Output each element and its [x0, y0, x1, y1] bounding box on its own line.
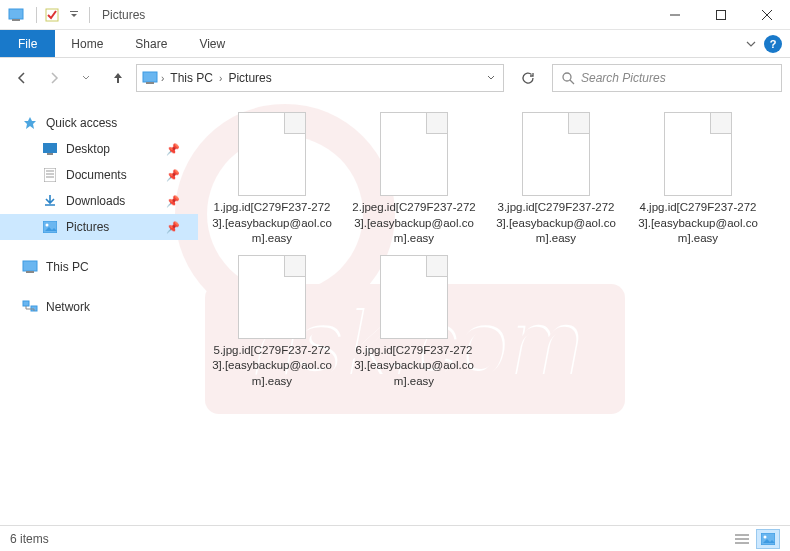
maximize-button[interactable] [698, 0, 744, 30]
search-box[interactable] [552, 64, 782, 92]
ribbon-expand-icon[interactable] [746, 35, 756, 53]
tab-view[interactable]: View [183, 30, 241, 57]
sidebar-item-label: Downloads [66, 194, 125, 208]
svg-rect-35 [761, 533, 775, 545]
item-count: 6 items [10, 532, 49, 546]
recent-dropdown[interactable] [72, 64, 100, 92]
qat-separator [36, 7, 37, 23]
chevron-right-icon[interactable]: › [219, 73, 222, 84]
file-name: 6.jpg.id[C279F237-2723].[easybackup@aol.… [350, 343, 478, 390]
svg-rect-13 [143, 72, 157, 82]
file-icon [664, 112, 732, 196]
file-item[interactable]: 6.jpg.id[C279F237-2723].[easybackup@aol.… [350, 255, 478, 390]
breadcrumb-icon [141, 69, 159, 87]
svg-point-24 [46, 224, 49, 227]
sidebar-item-label: Desktop [66, 142, 110, 156]
svg-rect-23 [43, 221, 57, 233]
search-icon [561, 71, 575, 85]
svg-rect-14 [146, 82, 154, 84]
forward-button[interactable] [40, 64, 68, 92]
downloads-icon [42, 193, 58, 209]
file-item[interactable]: 4.jpg.id[C279F237-2723].[easybackup@aol.… [634, 112, 762, 247]
file-tab[interactable]: File [0, 30, 55, 57]
sidebar-item-pictures[interactable]: Pictures 📌 [0, 214, 198, 240]
svg-rect-17 [43, 143, 57, 153]
pin-icon: 📌 [166, 143, 180, 156]
svg-point-36 [764, 535, 767, 538]
sidebar: Quick access Desktop 📌 Documents 📌 Downl… [0, 98, 198, 523]
svg-rect-27 [23, 301, 29, 306]
file-name: 5.jpg.id[C279F237-2723].[easybackup@aol.… [208, 343, 336, 390]
refresh-button[interactable] [514, 64, 542, 92]
file-item[interactable]: 1.jpg.id[C279F237-2723].[easybackup@aol.… [208, 112, 336, 247]
svg-rect-6 [12, 19, 20, 21]
navbar: › This PC › Pictures [0, 58, 790, 98]
tab-share[interactable]: Share [119, 30, 183, 57]
sidebar-item-label: Documents [66, 168, 127, 182]
pictures-icon [42, 219, 58, 235]
search-input[interactable] [581, 71, 773, 85]
minimize-button[interactable] [652, 0, 698, 30]
sidebar-this-pc[interactable]: This PC [0, 254, 198, 280]
qat-dropdown[interactable] [63, 4, 85, 26]
svg-rect-25 [23, 261, 37, 271]
sidebar-item-label: Network [46, 300, 90, 314]
ribbon: File Home Share View ? [0, 30, 790, 58]
svg-rect-18 [47, 153, 53, 155]
svg-line-16 [570, 80, 574, 84]
pin-icon: 📌 [166, 195, 180, 208]
file-item[interactable]: 5.jpg.id[C279F237-2723].[easybackup@aol.… [208, 255, 336, 390]
sidebar-network[interactable]: Network [0, 294, 198, 320]
up-button[interactable] [104, 64, 132, 92]
window-title: Pictures [102, 8, 145, 22]
svg-rect-19 [44, 168, 56, 182]
sidebar-item-downloads[interactable]: Downloads 📌 [0, 188, 198, 214]
this-pc-icon [22, 259, 38, 275]
view-icons-button[interactable] [756, 529, 780, 549]
close-button[interactable] [744, 0, 790, 30]
chevron-down-icon[interactable] [487, 73, 495, 84]
chevron-right-icon[interactable]: › [161, 73, 164, 84]
pin-icon: 📌 [166, 221, 180, 234]
file-name: 1.jpg.id[C279F237-2723].[easybackup@aol.… [208, 200, 336, 247]
file-item[interactable]: 2.jpeg.id[C279F237-2723].[easybackup@aol… [350, 112, 478, 247]
quick-access-icon [22, 115, 38, 131]
file-item[interactable]: 3.jpg.id[C279F237-2723].[easybackup@aol.… [492, 112, 620, 247]
network-icon [22, 299, 38, 315]
sidebar-item-label: Pictures [66, 220, 109, 234]
titlebar: Pictures [0, 0, 790, 30]
app-icon [4, 3, 28, 27]
breadcrumb-seg[interactable]: Pictures [224, 71, 275, 85]
back-button[interactable] [8, 64, 36, 92]
desktop-icon [42, 141, 58, 157]
file-name: 4.jpg.id[C279F237-2723].[easybackup@aol.… [634, 200, 762, 247]
file-name: 2.jpeg.id[C279F237-2723].[easybackup@aol… [350, 200, 478, 247]
sidebar-item-label: Quick access [46, 116, 117, 130]
breadcrumb-seg[interactable]: This PC [166, 71, 217, 85]
qat-properties[interactable] [41, 4, 63, 26]
sidebar-item-label: This PC [46, 260, 89, 274]
pin-icon: 📌 [166, 169, 180, 182]
tab-home[interactable]: Home [55, 30, 119, 57]
documents-icon [42, 167, 58, 183]
statusbar: 6 items [0, 525, 790, 551]
svg-point-15 [563, 73, 571, 81]
file-icon [522, 112, 590, 196]
file-list: 1.jpg.id[C279F237-2723].[easybackup@aol.… [198, 98, 790, 523]
sidebar-quick-access[interactable]: Quick access [0, 110, 198, 136]
breadcrumb[interactable]: › This PC › Pictures [136, 64, 504, 92]
file-name: 3.jpg.id[C279F237-2723].[easybackup@aol.… [492, 200, 620, 247]
svg-rect-8 [70, 11, 78, 12]
svg-rect-26 [26, 271, 34, 273]
help-icon[interactable]: ? [764, 35, 782, 53]
svg-rect-5 [9, 9, 23, 19]
file-icon [380, 112, 448, 196]
sidebar-item-desktop[interactable]: Desktop 📌 [0, 136, 198, 162]
sidebar-item-documents[interactable]: Documents 📌 [0, 162, 198, 188]
file-icon [380, 255, 448, 339]
file-icon [238, 255, 306, 339]
qat-separator [89, 7, 90, 23]
file-icon [238, 112, 306, 196]
svg-rect-10 [717, 11, 726, 20]
view-details-button[interactable] [730, 529, 754, 549]
